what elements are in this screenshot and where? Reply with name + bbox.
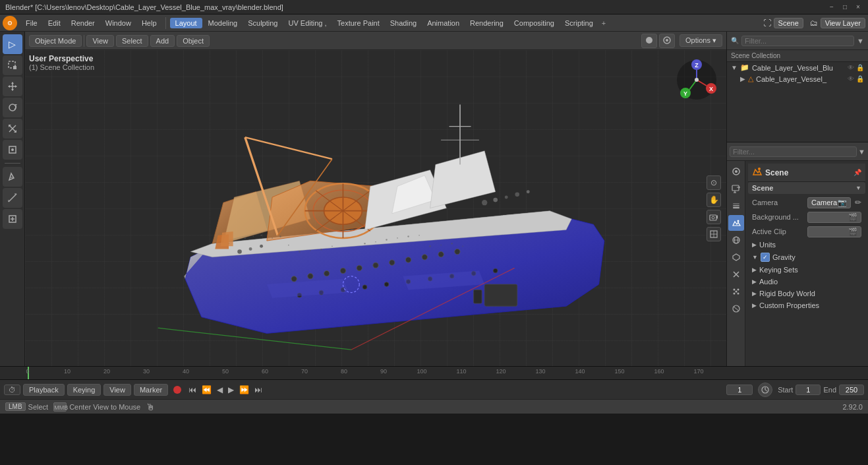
jump-back-button[interactable]: ⏪ (200, 384, 214, 396)
view-menu[interactable]: View (86, 35, 114, 47)
next-frame-button[interactable]: ⏩ (237, 384, 251, 396)
active-clip-prop-value[interactable]: 🎬 (807, 226, 861, 237)
viewport-shading-solid[interactable] (641, 34, 657, 48)
tool-select[interactable]: ▷ (3, 34, 22, 54)
svg-point-99 (386, 239, 387, 240)
prop-icon-modifier[interactable] (728, 266, 744, 282)
outliner-filter-icon[interactable]: ▼ (857, 37, 864, 45)
outliner-item-0[interactable]: ▼ 📁 Cable_Layer_Vessel_Blu 👁 🔒 (727, 62, 868, 73)
outliner-restrict-icon-0[interactable]: 🔒 (856, 64, 864, 71)
zoom-to-fit-button[interactable]: ⊙ (707, 175, 721, 190)
marker-menu[interactable]: Marker (134, 384, 168, 396)
prop-icon-world[interactable] (728, 232, 744, 248)
end-frame-input[interactable] (839, 385, 864, 395)
prop-row-camera: Camera Camera 📷 ✏ (748, 195, 865, 210)
ortho-view-button[interactable] (707, 227, 721, 241)
record-button[interactable] (173, 386, 181, 394)
tab-modeling[interactable]: Modeling (204, 18, 243, 28)
axes-gizmo[interactable]: Z X Y (674, 57, 720, 103)
camera-view-button[interactable] (707, 210, 721, 224)
camera-prop-value[interactable]: Camera 📷 (807, 197, 851, 208)
keying-menu[interactable]: Keying (67, 384, 101, 396)
gravity-checkbox[interactable]: ✓ (761, 253, 770, 262)
blender-logo-text: ⊙ (7, 20, 13, 26)
object-menu[interactable]: Object (177, 35, 210, 47)
section-header-keying-sets[interactable]: ▶ Keying Sets (748, 264, 865, 276)
tool-add-object[interactable] (3, 209, 22, 229)
outliner-visible-icon-1[interactable]: 👁 (848, 75, 854, 82)
tool-transform[interactable] (3, 140, 22, 160)
tab-rendering[interactable]: Rendering (465, 18, 508, 28)
play-button[interactable]: ▶ (226, 384, 236, 396)
menu-item-render[interactable]: Render (67, 18, 100, 28)
section-header-scene[interactable]: Scene ▼ (748, 182, 865, 194)
svg-point-105 (451, 243, 452, 244)
tool-move[interactable] (3, 77, 22, 96)
scene-dropdown[interactable]: Scene (774, 18, 803, 28)
outliner-restrict-icon-1[interactable]: 🔒 (856, 75, 864, 82)
close-button[interactable]: × (854, 3, 863, 12)
tool-measure[interactable] (3, 188, 22, 208)
prop-icon-scene[interactable] (728, 215, 744, 231)
section-header-custom-props[interactable]: ▶ Custom Properties (748, 299, 865, 311)
fps-icon (761, 385, 770, 394)
ruler-label-160: 160 (654, 368, 664, 375)
maximize-button[interactable]: □ (840, 3, 850, 12)
object-mode-dropdown[interactable]: Object Mode (29, 35, 82, 47)
tab-sculpting[interactable]: Sculpting (243, 18, 282, 28)
select-menu[interactable]: Select (116, 35, 148, 47)
prop-icon-physics[interactable] (728, 301, 744, 317)
pan-view-button[interactable]: ✋ (707, 193, 721, 207)
props-search-input[interactable] (730, 146, 857, 157)
tool-select-box[interactable] (3, 55, 22, 75)
minimize-button[interactable]: − (827, 3, 836, 12)
jump-to-end-button[interactable]: ⏭ (252, 384, 264, 396)
blender-logo[interactable]: ⊙ (3, 16, 17, 30)
tab-scripting[interactable]: Scripting (560, 18, 598, 28)
prop-icon-view-layer[interactable] (728, 198, 744, 214)
outliner-item-1[interactable]: ▶ △ Cable_Layer_Vessel_ 👁 🔒 (727, 73, 868, 84)
3d-viewport[interactable]: User Perspective (1) Scene Collection Z … (25, 50, 726, 366)
prop-icon-particles[interactable] (728, 284, 744, 299)
view-layer-dropdown[interactable]: View Layer (821, 18, 865, 28)
menu-item-help[interactable]: Help (137, 18, 161, 28)
view-menu-timeline[interactable]: View (103, 384, 131, 396)
right-panel-inner: Scene 📌 Scene ▼ Camera Camera 📷 (727, 161, 868, 366)
tab-shading[interactable]: Shading (386, 18, 421, 28)
jump-to-start-button[interactable]: ⏮ (187, 384, 198, 396)
add-tab-button[interactable]: + (599, 19, 608, 27)
menu-item-edit[interactable]: Edit (43, 18, 65, 28)
tab-animation[interactable]: Animation (422, 18, 464, 28)
tab-compositing[interactable]: Compositing (509, 18, 559, 28)
tool-rotate[interactable] (3, 98, 22, 117)
section-header-audio[interactable]: ▶ Audio (748, 276, 865, 288)
camera-edit-button[interactable]: ✏ (855, 198, 861, 207)
tab-texture-paint[interactable]: Texture Paint (333, 18, 384, 28)
tab-layout[interactable]: Layout (170, 18, 202, 28)
viewport-overlay-dropdown[interactable] (659, 34, 675, 48)
prop-icon-output[interactable] (728, 181, 744, 197)
outliner-search-input[interactable] (741, 36, 854, 46)
current-frame-input[interactable] (726, 385, 753, 395)
menu-item-file[interactable]: File (21, 18, 42, 28)
tool-scale[interactable] (3, 119, 22, 139)
scene-pin-button[interactable]: 📌 (854, 169, 861, 176)
prop-icon-object[interactable] (728, 249, 744, 265)
prev-frame-button[interactable]: ◀ (215, 384, 225, 396)
section-header-units[interactable]: ▶ Units (748, 239, 865, 251)
menu-item-window[interactable]: Window (101, 18, 136, 28)
props-filter-icon[interactable]: ▼ (858, 148, 865, 156)
add-menu[interactable]: Add (150, 35, 175, 47)
timeline-icon-btn[interactable]: ⏱ (4, 385, 20, 395)
background-prop-value[interactable]: 🎬 (807, 212, 861, 223)
prop-icon-render[interactable] (728, 164, 744, 179)
section-header-rigid-body[interactable]: ▶ Rigid Body World (748, 288, 865, 299)
start-frame-input[interactable] (796, 385, 821, 395)
tab-uv-editing[interactable]: UV Editing , (283, 18, 331, 28)
options-dropdown[interactable]: Options ▾ (680, 34, 722, 47)
tool-annotate[interactable] (3, 167, 22, 187)
section-header-gravity[interactable]: ▼ ✓ Gravity (748, 251, 865, 264)
fps-indicator[interactable] (758, 383, 772, 397)
outliner-visible-icon-0[interactable]: 👁 (848, 64, 854, 71)
playback-menu[interactable]: Playback (23, 384, 65, 396)
